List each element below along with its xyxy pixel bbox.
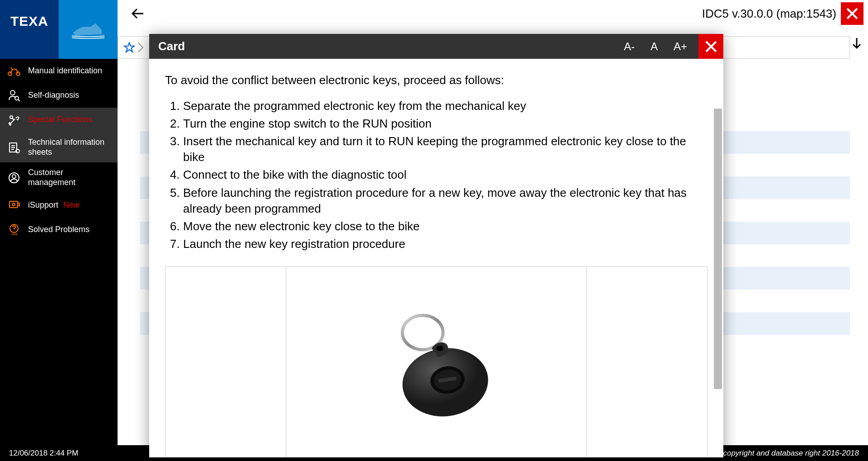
key-fob-image: [373, 305, 500, 423]
sidebar-item-customer-management[interactable]: Customer management: [0, 162, 118, 193]
instruction-step: Before launching the registration proced…: [183, 184, 708, 218]
sidebar-item-technical-sheets[interactable]: Technical information sheets: [0, 132, 118, 162]
jetski-icon: [70, 18, 106, 41]
vehicle-type-button[interactable]: [59, 0, 118, 59]
star-icon: [123, 42, 135, 53]
logo: TEXA: [0, 0, 59, 59]
footer-datetime: 12/06/2018 2:44 PM: [9, 449, 78, 458]
svg-point-15: [436, 346, 443, 351]
svg-point-3: [15, 96, 19, 100]
modal-close-button[interactable]: [698, 34, 723, 59]
customer-icon: [7, 171, 21, 185]
sidebar-item-solved-problems[interactable]: WEB Solved Problems: [0, 217, 118, 242]
back-arrow-icon: [130, 5, 146, 22]
instruction-list: Separate the programmed electronic key f…: [183, 97, 708, 253]
instruction-step: Connect to the bike with the diagnostic …: [183, 166, 708, 184]
version-info: IDC5 v.30.0.0 (map:1543): [702, 2, 863, 25]
arrow-down-icon: [850, 36, 863, 50]
sidebar: Manual identification Self-diagnosis Spe…: [0, 59, 118, 445]
close-icon: [703, 39, 719, 54]
svg-point-2: [10, 90, 15, 95]
instruction-step: Insert the mechanical key and turn it to…: [183, 133, 708, 166]
scrollbar-thumb[interactable]: [714, 109, 722, 389]
image-cell-center: [286, 267, 586, 457]
sidebar-item-label: Self-diagnosis: [28, 90, 79, 100]
sheets-icon: [7, 141, 21, 154]
instruction-step: Turn the engine stop switch to the RUN p…: [183, 115, 708, 133]
footer-copyright: © copyright and database right 2016-2018: [715, 449, 859, 458]
sidebar-item-label: Manual identification: [28, 66, 102, 76]
sidebar-item-label: Customer management: [28, 168, 110, 187]
instruction-step: Move the new electronic key close to the…: [183, 218, 708, 235]
new-badge: New: [63, 200, 80, 209]
sidebar-item-label: Special Functions: [28, 115, 92, 125]
close-app-button[interactable]: [841, 2, 863, 25]
instruction-step: Launch the new key registration procedur…: [183, 235, 708, 253]
modal-body: To avoid the conflict between electronic…: [149, 59, 723, 457]
image-cell-right: [586, 267, 707, 457]
sidebar-item-special-functions[interactable]: Special Functions: [0, 108, 118, 132]
font-decrease-button[interactable]: A-: [622, 38, 637, 55]
instruction-step: Separate the programmed electronic key f…: [183, 97, 708, 115]
top-bar: TEXA IDC5 v.30.0.0 (map:1543): [0, 0, 868, 27]
version-text: IDC5 v.30.0.0 (map:1543): [702, 7, 836, 21]
close-icon: [844, 6, 860, 21]
font-normal-button[interactable]: A: [648, 38, 660, 55]
font-increase-button[interactable]: A+: [671, 38, 689, 55]
favorite-button[interactable]: [123, 41, 136, 54]
font-size-controls: A- A A+: [622, 38, 689, 55]
modal-header: Card A- A A+: [149, 34, 723, 59]
image-cell-left: [165, 267, 286, 457]
sidebar-item-isupport[interactable]: iSupport New: [0, 193, 118, 217]
chevron-right-icon: [136, 41, 145, 54]
sidebar-item-label: Solved Problems: [28, 225, 90, 235]
sidebar-item-label: Technical information sheets: [28, 138, 110, 157]
svg-rect-9: [9, 201, 18, 208]
svg-point-10: [12, 203, 15, 206]
help-web-icon: WEB: [7, 223, 21, 236]
sidebar-item-manual-identification[interactable]: Manual identification: [0, 59, 118, 83]
sidebar-item-label: iSupport New: [28, 200, 80, 210]
back-button[interactable]: [127, 2, 149, 25]
tools-icon: [7, 113, 21, 127]
modal-title: Card: [158, 39, 185, 53]
sidebar-item-self-diagnosis[interactable]: Self-diagnosis: [0, 83, 118, 108]
motorcycle-icon: [7, 64, 21, 78]
card-modal: Card A- A A+ To avoid the conflict betwe…: [149, 34, 723, 457]
intro-text: To avoid the conflict between electronic…: [165, 72, 708, 88]
svg-text:WEB: WEB: [11, 233, 18, 236]
person-search-icon: [7, 89, 21, 102]
image-table: [165, 266, 708, 457]
support-icon: [7, 198, 21, 212]
svg-point-8: [12, 175, 16, 178]
